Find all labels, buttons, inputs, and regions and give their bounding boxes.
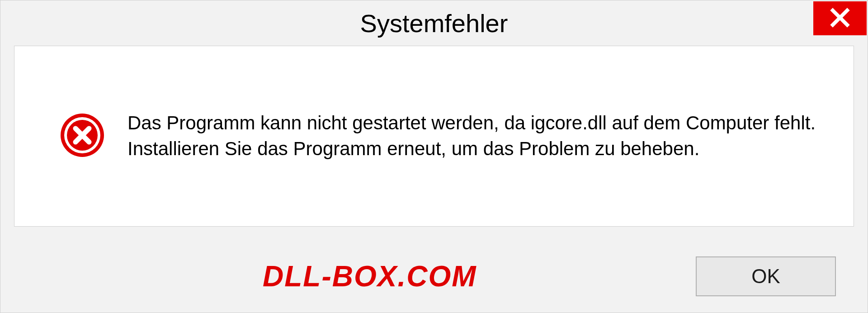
ok-button[interactable]: OK [696,256,836,296]
error-icon [60,113,105,160]
close-icon [830,8,850,29]
dialog-footer: DLL-BOX.COM OK [0,240,868,313]
close-button[interactable] [813,1,867,35]
title-bar: Systemfehler [0,0,868,46]
error-dialog: Systemfehler Das Programm kann nicht ges… [0,0,868,313]
content-area: Das Programm kann nicht gestartet werden… [14,46,854,227]
ok-button-label: OK [751,265,780,288]
dialog-title: Systemfehler [360,9,508,38]
error-message: Das Programm kann nicht gestartet werden… [127,110,826,161]
watermark-text: DLL-BOX.COM [263,260,477,293]
